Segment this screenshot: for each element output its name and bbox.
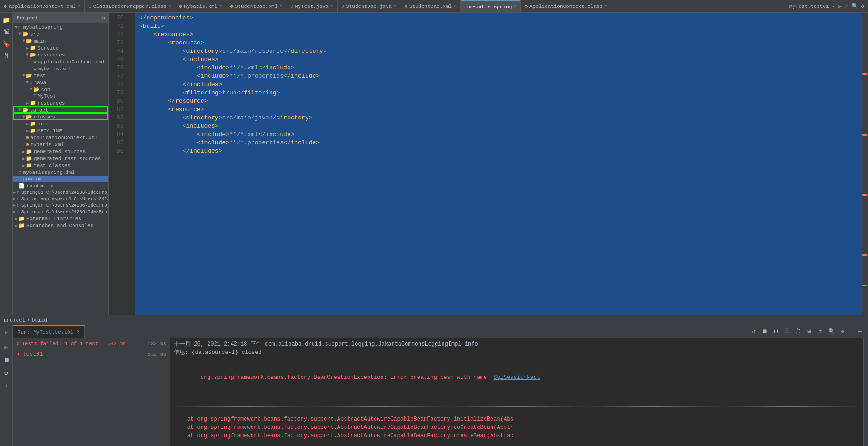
tree-springdi[interactable]: ▶ m Springdi C:\Users\24286\IdeaProject.… xyxy=(13,209,108,215)
run-button[interactable]: ▶ xyxy=(838,2,842,10)
gutter-icons xyxy=(127,13,135,315)
tree-mybatis-xml[interactable]: ⚙ mybatis.xml xyxy=(13,65,108,72)
tree-com[interactable]: ▼ 📂 com xyxy=(13,86,108,93)
sort-alpha-icon[interactable]: ☰ xyxy=(782,327,792,336)
tree-java[interactable]: ▼ ☕ java xyxy=(13,79,108,86)
tree-classes-appcontext[interactable]: ⚙ applicationContext.xml xyxy=(13,134,108,141)
filter-icon[interactable]: ⚗ xyxy=(816,327,825,336)
tree-main[interactable]: ▼ 📂 main xyxy=(13,37,108,44)
tab-label: mybatis-spring xyxy=(469,4,512,10)
tree-applicationcontext-xml[interactable]: ⚙ applicationContext.xml xyxy=(13,58,108,65)
sort-dur-icon[interactable]: ⏱ xyxy=(794,327,803,336)
stop-side-icon[interactable]: ⏹ xyxy=(1,355,12,365)
bookmark-icon[interactable]: 🔖 xyxy=(1,39,12,49)
close-icon[interactable]: × xyxy=(279,4,282,9)
fail-icon: ✕ xyxy=(17,340,20,347)
test-status-bar: ✕ Tests failed: 1 of 1 test – 532 ms 532… xyxy=(13,338,170,349)
close-icon[interactable]: × xyxy=(78,4,80,9)
tree-mybatisspring[interactable]: ▼ m mybatisspring xyxy=(13,24,108,31)
tree-test[interactable]: ▼ 📂 test xyxy=(13,72,108,79)
tree-test-resources[interactable]: ▶ 📁 resources xyxy=(13,99,108,106)
minimize-icon[interactable]: — xyxy=(855,327,864,336)
test-time: 532 ms xyxy=(148,352,166,357)
search-bottom-icon[interactable]: 🔍 xyxy=(827,327,836,336)
tab-classloaderwrapper[interactable]: C ClassLoaderWrapper.class × xyxy=(85,0,175,13)
scroll-down-icon[interactable]: ⬇ xyxy=(1,381,12,391)
side-settings-icon[interactable]: ⚙ xyxy=(1,368,12,378)
debug-button[interactable]: ⚡ xyxy=(844,2,848,10)
tab-applicationcontext[interactable]: ⚙ applicationContext.xml × xyxy=(0,0,85,13)
tree-target[interactable]: ▼ 📂 target xyxy=(13,106,108,113)
tree-iml[interactable]: ⚙ mybatisspring.iml xyxy=(13,169,108,176)
tab-studentdao-java[interactable]: J StudentDao.java × xyxy=(338,0,401,13)
tab-studentdao-xml[interactable]: ⚙ StudentDao.xml × xyxy=(226,0,286,13)
expand-icon[interactable]: ⊞ xyxy=(805,327,814,336)
settings-icon[interactable]: ⚙ xyxy=(861,3,864,10)
exception-link[interactable]: SqlSessionFact xyxy=(493,374,540,381)
close-icon[interactable]: × xyxy=(604,4,607,9)
tree-meta-inf[interactable]: ▶ 📁 META-INF xyxy=(13,127,108,134)
close-icon[interactable]: × xyxy=(331,4,333,9)
tree-mytest[interactable]: T MyTest xyxy=(13,93,108,99)
close-icon[interactable]: × xyxy=(168,4,171,9)
project-icon[interactable]: 📁 xyxy=(1,15,12,25)
settings-bottom-icon[interactable]: ⚙ xyxy=(838,327,847,336)
tab-mybatis[interactable]: ⚙ mybatis.xml × xyxy=(175,0,226,13)
tab-label: mybatis.xml xyxy=(184,4,218,9)
tab-label: MyTest.java xyxy=(295,4,329,9)
line-numbers: 70 71 72 73 74 75 76 77 78 79 80 81 82 8… xyxy=(109,13,127,315)
stop-icon[interactable]: ⏹ xyxy=(760,327,770,336)
tree-classes-com[interactable]: ▶ 📁 com xyxy=(13,120,108,127)
tree-generated-sources[interactable]: ▶ 📁 generated-sources xyxy=(13,148,108,155)
tab-label: ClassLoaderWrapper.class xyxy=(93,4,166,9)
tree-test-classes[interactable]: ▶ 📁 test-classes xyxy=(13,162,108,169)
status-bar: project › build xyxy=(0,315,868,325)
run-side-icon[interactable]: ▶ xyxy=(1,342,12,352)
run-tab-close[interactable]: × xyxy=(77,329,80,334)
tree-pom[interactable]: p pom.xml xyxy=(13,176,108,182)
tab-label: StudentDao.xml xyxy=(409,4,452,9)
class-icon: C xyxy=(88,4,92,9)
tree-classes[interactable]: ▼ 📂 classes xyxy=(13,113,108,120)
tree-generated-test-sources[interactable]: ▶ 📁 generated-test-sources xyxy=(13,155,108,162)
close-icon[interactable]: × xyxy=(454,4,456,9)
test-run-item[interactable]: ✕ test01 532 ms xyxy=(13,349,170,359)
run-icon: ▶ xyxy=(5,329,8,336)
search-icon[interactable]: 🔍 xyxy=(851,3,858,10)
maven-icon[interactable]: M xyxy=(1,51,12,61)
tree-spring01[interactable]: ▶ m Spring01 C:\Users\24286\IdeaProje... xyxy=(13,189,108,196)
tree-resources[interactable]: ▼ 📂 resources xyxy=(13,51,108,58)
tab-mytest-java[interactable]: J MyTest.java × xyxy=(286,0,337,13)
tab-applicationcontext-class[interactable]: ⚙ ApplicationContext.class × xyxy=(521,0,611,13)
java-icon: J xyxy=(341,4,345,9)
close-icon[interactable]: × xyxy=(219,4,222,9)
xml-icon: m xyxy=(464,4,468,10)
rerun-icon[interactable]: ↺ xyxy=(749,327,758,336)
console-line-1: 十一月 26, 2021 2:42:18 下午 com.alibaba.drui… xyxy=(174,340,860,348)
tab-studentdao-xml2[interactable]: ⚙ StudentDao.xml × xyxy=(400,0,461,13)
tree-springaop[interactable]: ▶ m Spring-aop-aspectJ C:\Users\24286... xyxy=(13,196,108,202)
run-tab-config: MyTest.test01 xyxy=(33,329,73,335)
tree-scratches[interactable]: ▶ 📁 Scratches and Consoles xyxy=(13,222,108,229)
console-line-7: at org.springframework.beans.factory.sup… xyxy=(174,423,860,432)
bottom-panel: ▶ Run: MyTest.test01 × ↺ ⏹ ⬆⬇ ☰ ⏱ ⊞ ⚗ 🔍 … xyxy=(0,325,868,446)
restore-icon[interactable]: ⬆⬇ xyxy=(771,327,781,336)
close-icon[interactable]: × xyxy=(514,4,517,9)
tab-mybatis-spring[interactable]: m mybatis-spring × xyxy=(461,0,521,13)
tree-src[interactable]: ▼ 📂 src xyxy=(13,31,108,37)
editor-scrollbar[interactable] xyxy=(862,13,868,315)
tree-springan[interactable]: ▶ m Springan C:\Users\24286\IdeaProject.… xyxy=(13,202,108,209)
run-tab[interactable]: Run: MyTest.test01 × xyxy=(13,325,85,338)
code-editor[interactable]: </dependencies> <build> <resources> <res… xyxy=(135,13,862,315)
tab-label: StudentDao.java xyxy=(346,4,392,9)
tree-readme[interactable]: 📄 readme.txt xyxy=(13,182,108,189)
structure-icon[interactable]: 🏗 xyxy=(1,27,12,37)
run-test-tree: ✕ Tests failed: 1 of 1 test – 532 ms 532… xyxy=(13,338,170,446)
divider xyxy=(851,328,851,335)
sidebar-gear-icon[interactable]: ⚙ xyxy=(101,15,105,21)
tree-service[interactable]: ▶ 📁 Service xyxy=(13,44,108,51)
console-scrollbar[interactable] xyxy=(863,338,868,446)
tree-classes-mybatis[interactable]: ⚙ mybatis.xml xyxy=(13,141,108,148)
close-icon[interactable]: × xyxy=(394,4,396,9)
tree-external-libs[interactable]: ▶ 📁 External Libraries xyxy=(13,215,108,222)
